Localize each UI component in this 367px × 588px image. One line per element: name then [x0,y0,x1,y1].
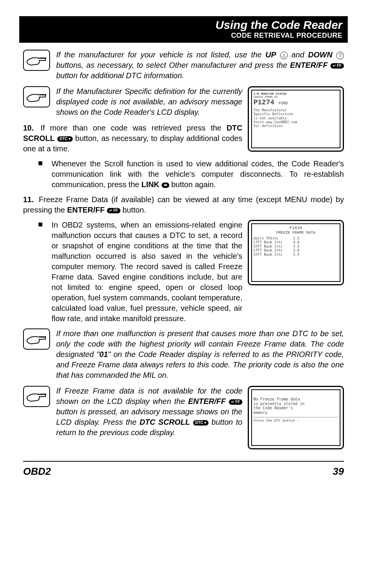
text: button for additional DTC information. [56,71,184,80]
pointing-hand-icon [23,386,50,407]
note-priority-code: If more than one malfunction is present … [56,328,344,380]
pointing-hand-icon [23,86,50,107]
step-number: 11. [23,194,35,205]
header-subtitle: CODE RETRIEVAL PROCEDURE [25,32,342,40]
note-definition-unavailable: If the Manufacturer Specific definition … [56,86,242,117]
link-label: LINK [141,180,159,189]
up-label: UP [265,50,276,59]
page-header: Using the Code Reader CODE RETRIEVAL PRO… [19,16,348,43]
bullet-icon [38,161,42,165]
lcd-screenshot-manufacturer-def: I/M MONITOR STATUS FREEZE FRAME 02 P1274… [248,86,344,152]
text: and [292,50,308,59]
bullet-icon [38,223,42,226]
down-label: DOWN [308,50,332,59]
text: button again. [171,180,216,189]
dtc-scroll-icon: DTC ▾ [57,136,73,142]
text: If the manufacturer for your vehicle is … [56,50,265,59]
enter-ff-label: ENTER/FF [67,206,105,214]
lcd-make: FORD [279,101,288,106]
lcd-message: The Manufacturer Specific Definition is … [254,108,338,128]
down-icon: ▽ [336,52,344,59]
note-freeze-frame-unavailable: If Freeze Frame data is not available fo… [56,386,242,438]
lcd-code: P1274 [254,99,274,106]
lcd-status-line: I/M MONITOR STATUS [254,92,338,95]
header-title: Using the Code Reader [25,18,342,32]
note-manufacturer-not-listed: If the manufacturer for your vehicle is … [56,50,344,81]
bullet-scroll-disconnect: Whenever the Scroll function is used to … [52,159,344,190]
bullet-obd2-freeze-frame: In OBD2 systems, when an emissions-relat… [52,220,242,324]
lcd-message: No Freeze Frame data is presently stored… [254,397,338,415]
lcd-screenshot-freeze-frame: P1639 FREEZE FRAME DATA Abslt TPS(%) 2.5… [248,220,344,285]
step-11: 11. Freeze Frame Data (if available) can… [23,194,344,215]
up-icon: △ [280,52,288,59]
lcd-hint: Press the DTC button ↓ [254,417,338,423]
enter-ff-icon: ↵ FF [107,208,120,213]
lcd-freezeframe: FREEZE FRAME 02 [254,95,338,99]
text: button, as necessary, to display additio… [23,134,242,153]
text: button. [122,206,146,214]
dtc-scroll-icon: DTC ▾ [193,420,209,426]
link-icon: ⇄ [162,183,169,188]
lcd-screenshot-no-freeze-frame: No Freeze Frame data is presently stored… [248,386,344,449]
lcd-code: P1639 [254,226,338,231]
page-footer: OBD2 39 [23,461,344,477]
text: If more than one code was retrieved pres… [40,124,226,132]
dtc-scroll-label: DTC SCROLL [140,418,190,426]
pointing-hand-icon [23,50,50,71]
footer-page-number: 39 [333,466,344,477]
enter-ff-label: ENTER/FF [290,61,328,69]
footer-left: OBD2 [23,466,51,477]
enter-ff-icon: ↵ FF [330,63,344,69]
pointing-hand-icon [23,328,50,350]
step-number: 10. [23,123,35,133]
lcd-title: FREEZE FRAME DATA [254,231,338,235]
lcd-rows: Abslt TPS(%) 2.5 LTFT Bank 1(%) 4.0 STFT… [254,236,338,256]
enter-ff-icon: ↵ FF [229,399,242,405]
enter-ff-label: ENTER/FF [188,397,226,405]
text: buttons, as necessary, to select Other m… [56,61,290,69]
code-01: 01 [99,350,108,358]
